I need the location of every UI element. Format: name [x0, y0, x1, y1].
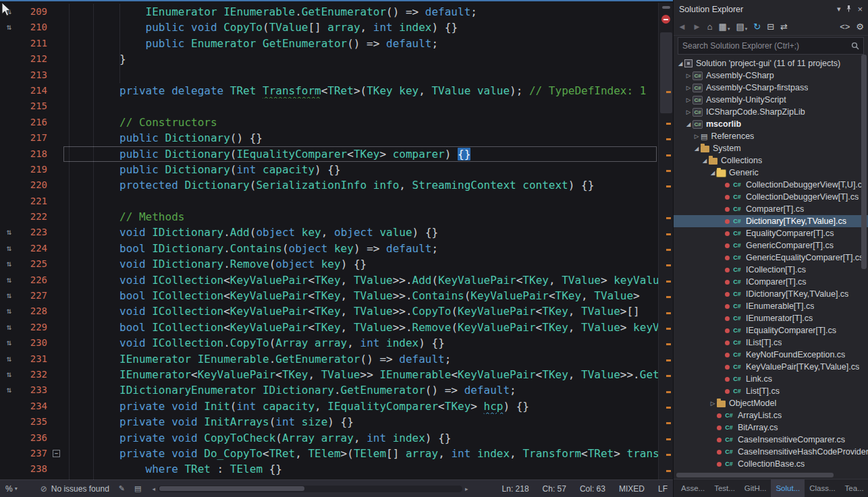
line-number[interactable]: 236 — [18, 430, 50, 446]
scrollbar-thumb[interactable] — [676, 473, 834, 477]
expand-arrow-icon[interactable]: ▷ — [684, 84, 693, 91]
tree-item-references[interactable]: ▷▤References — [674, 130, 868, 142]
line-number[interactable]: 227 — [18, 288, 50, 303]
collapse-arrow-icon[interactable]: ◢ — [676, 60, 684, 67]
forward-icon[interactable]: ► — [693, 22, 701, 31]
implements-icon[interactable]: ⇅ — [0, 256, 18, 272]
scrollbar-thumb[interactable] — [861, 55, 867, 269]
code-line-228[interactable]: ⇅228 void ICollection<KeyValuePair<TKey,… — [0, 303, 658, 319]
code-line-234[interactable]: 234 private void Init(int capacity, IEqu… — [0, 399, 658, 414]
editor-horizontal-scrollbar[interactable]: ◂ ▸ — [152, 486, 468, 492]
issues-indicator[interactable]: ⊘ No issues found — [40, 484, 109, 494]
line-number[interactable]: 222 — [18, 209, 50, 225]
line-number[interactable]: 218 — [18, 146, 50, 162]
tree-item-caseinsensitivehashcodeprovider-cs[interactable]: C#CaseInsensitiveHashCodeProvider.cs — [674, 446, 868, 458]
line-number[interactable]: 238 — [18, 461, 50, 477]
tree-item-bitarray-cs[interactable]: C#BitArray.cs — [674, 421, 868, 434]
code-line-230[interactable]: ⇅230 void ICollection.CopyTo(Array array… — [0, 335, 658, 351]
tool-tab-asse[interactable]: Asse... — [676, 479, 709, 497]
status-line-ending[interactable]: LF — [658, 484, 668, 494]
code-line-215[interactable]: 215 — [0, 98, 658, 114]
code-line-214[interactable]: 214 private delegate TRet Transform<TRet… — [0, 83, 658, 98]
home-icon[interactable]: ⌂ — [707, 22, 713, 31]
tool-tab-tea[interactable]: Tea... — [840, 479, 868, 497]
tree-item-arraylist-cs[interactable]: C#ArrayList.cs — [674, 409, 868, 421]
code-cleanup-icon[interactable]: ▤ — [134, 484, 141, 493]
code-line-237[interactable]: 237− private void Do_CopyTo<TRet, TElem>… — [0, 446, 658, 461]
collapse-arrow-icon[interactable]: ◢ — [701, 157, 709, 164]
code-line-216[interactable]: 216 // Constructors — [0, 115, 658, 130]
code-line-233[interactable]: ⇅233 IDictionaryEnumerator IDictionary.G… — [0, 382, 658, 398]
tree-item-collectiondebuggerview-t-cs[interactable]: C#CollectionDebuggerView[T].cs — [674, 191, 868, 203]
tree-item-collections[interactable]: ◢Collections — [674, 154, 868, 167]
code-line-235[interactable]: 235 private void InitArrays(int size) {} — [0, 414, 658, 430]
implements-icon[interactable]: ⇅ — [0, 303, 18, 319]
collapse-arrow-icon[interactable]: ◢ — [684, 121, 693, 127]
status-column[interactable]: Col: 63 — [580, 484, 605, 494]
scrollbar-thumb[interactable] — [660, 32, 672, 113]
tool-tab-test[interactable]: Test... — [709, 479, 740, 497]
tree-item-assembly-csharp[interactable]: ▷C#Assembly-CSharp — [674, 69, 868, 82]
collapse-arrow-icon[interactable]: ◢ — [693, 145, 701, 152]
tree-item-collectionbase-cs[interactable]: C#CollectionBase.cs — [674, 458, 868, 470]
line-number[interactable]: 232 — [18, 367, 50, 382]
code-line-209[interactable]: ⇅209 IEnumerator IEnumerable.GetEnumerat… — [0, 4, 658, 20]
code-line-210[interactable]: ⇅210 public void CopyTo(TValue[] array, … — [0, 20, 658, 35]
horizontal-scrollbar-thumb[interactable] — [159, 486, 304, 491]
show-all-files-icon[interactable]: ▤▾ — [736, 22, 747, 31]
code-line-227[interactable]: ⇅227 bool ICollection<KeyValuePair<TKey,… — [0, 288, 658, 303]
tree-item-solution-project-gui-11-of-11-projects[interactable]: ◢Solution 'project-gui' (11 of 11 projec… — [674, 57, 868, 69]
tree-item-comparer-t-cs[interactable]: C#Comparer[T].cs — [674, 203, 868, 215]
view-code-icon[interactable]: <> — [840, 22, 850, 31]
line-number[interactable]: 220 — [18, 177, 50, 193]
implements-icon[interactable]: ⇅ — [0, 20, 18, 35]
code-line-213[interactable]: 213 — [0, 67, 658, 83]
close-icon[interactable]: × — [857, 4, 863, 14]
line-number[interactable]: 214 — [18, 83, 50, 98]
split-editor-handle[interactable] — [662, 6, 670, 9]
status-line[interactable]: Ln: 218 — [502, 484, 529, 494]
implements-icon[interactable]: ⇅ — [0, 272, 18, 288]
tree-item-link-cs[interactable]: C#Link.cs — [674, 373, 868, 385]
line-number[interactable]: 209 — [18, 4, 50, 20]
tool-tab-class[interactable]: Class... — [805, 479, 840, 497]
code-line-219[interactable]: 219 public Dictionary(int capacity) {} — [0, 162, 658, 177]
tree-item-ienumerator-t-cs[interactable]: C#IEnumerator[T].cs — [674, 312, 868, 324]
code-line-229[interactable]: ⇅229 bool ICollection<KeyValuePair<TKey,… — [0, 320, 658, 335]
tree-item-list-t-cs[interactable]: C#List[T].cs — [674, 385, 868, 397]
line-number[interactable]: 213 — [18, 67, 50, 83]
scroll-right-arrow-icon[interactable]: ▸ — [465, 486, 468, 492]
tree-item-genericcomparer-t-cs[interactable]: C#GenericComparer[T].cs — [674, 239, 868, 252]
tree-item-system[interactable]: ◢System — [674, 142, 868, 154]
tree-item-idictionary-tkey-tvalue-cs[interactable]: C#IDictionary[TKey,TValue].cs — [674, 288, 868, 300]
code-line-212[interactable]: 212 } — [0, 51, 658, 67]
horizontal-scrollbar-track[interactable] — [158, 486, 462, 492]
line-number[interactable]: 233 — [18, 382, 50, 398]
back-icon[interactable]: ◄ — [678, 22, 686, 31]
code-line-224[interactable]: ⇅224 bool IDictionary.Contains(object ke… — [0, 241, 658, 256]
code-editor[interactable]: ⇅209 IEnumerator IEnumerable.GetEnumerat… — [0, 0, 673, 479]
code-line-238[interactable]: 238 where TRet : TElem {} — [0, 461, 658, 477]
search-box[interactable] — [678, 37, 864, 55]
line-number[interactable]: 235 — [18, 414, 50, 430]
implements-icon[interactable]: ⇅ — [0, 288, 18, 303]
tree-item-collectiondebuggerview-t-u-cs[interactable]: C#CollectionDebuggerView[T,U].cs — [674, 179, 868, 191]
collapse-all-icon[interactable]: ⊟ — [767, 22, 774, 31]
implements-icon[interactable]: ⇅ — [0, 351, 18, 367]
line-number[interactable]: 228 — [18, 303, 50, 319]
sync-with-active-document-icon[interactable]: ⇄ — [780, 22, 788, 31]
tree-item-icomparer-t-cs[interactable]: C#IComparer[T].cs — [674, 276, 868, 288]
implements-icon[interactable]: ⇅ — [0, 335, 18, 351]
line-number[interactable]: 217 — [18, 130, 50, 146]
line-number[interactable]: 212 — [18, 51, 50, 67]
implements-icon[interactable]: ⇅ — [0, 241, 18, 256]
tree-item-caseinsensitivecomparer-cs[interactable]: C#CaseInsensitiveComparer.cs — [674, 434, 868, 446]
code-line-221[interactable]: 221 — [0, 194, 658, 209]
line-number[interactable]: 239 — [18, 477, 50, 479]
tool-tab-solut[interactable]: Solut... — [771, 479, 805, 497]
switch-views-icon[interactable]: ▦▾ — [719, 22, 730, 31]
code-line-220[interactable]: 220 protected Dictionary(SerializationIn… — [0, 177, 658, 193]
tree-item-assembly-unityscript[interactable]: ▷C#Assembly-UnityScript — [674, 94, 868, 106]
tree-item-genericequalitycomparer-t-cs[interactable]: C#GenericEqualityComparer[T].cs — [674, 252, 868, 264]
window-position-icon[interactable]: ▾ — [837, 5, 841, 13]
